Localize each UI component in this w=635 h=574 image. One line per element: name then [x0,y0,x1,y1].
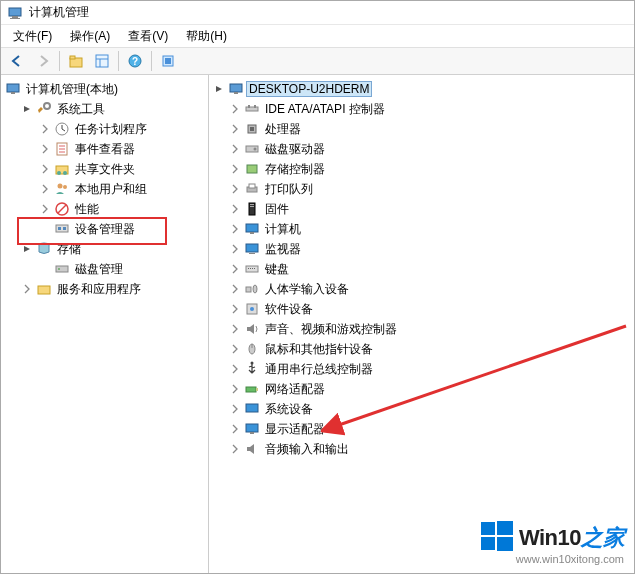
tree-event-viewer[interactable]: 事件查看器 [1,139,208,159]
view-button[interactable] [90,50,114,72]
svg-rect-29 [63,227,66,230]
device-manager-icon [54,221,70,237]
device-storage-controllers[interactable]: 存储控制器 [209,159,634,179]
expander-closed-icon[interactable] [39,183,51,195]
expander-closed-icon[interactable] [229,183,241,195]
expander-closed-icon[interactable] [229,403,241,415]
disk-mgmt-icon [54,261,70,277]
refresh-button[interactable] [156,50,180,72]
expander-closed-icon[interactable] [229,323,241,335]
svg-point-32 [58,268,60,270]
menu-action[interactable]: 操作(A) [62,26,118,47]
expander-closed-icon[interactable] [229,243,241,255]
tree-label: 声音、视频和游戏控制器 [263,321,399,338]
device-monitors[interactable]: 监视器 [209,239,634,259]
clock-icon [54,121,70,137]
menu-file[interactable]: 文件(F) [5,26,60,47]
expander-closed-icon[interactable] [39,143,51,155]
expander-open-icon[interactable] [21,103,33,115]
expander-closed-icon[interactable] [229,143,241,155]
tree-services-apps[interactable]: 服务和应用程序 [1,279,208,299]
expander-closed-icon[interactable] [39,203,51,215]
expander-closed-icon[interactable] [229,363,241,375]
tree-root-computer-management[interactable]: 计算机管理(本地) [1,79,208,99]
expander-closed-icon[interactable] [229,103,241,115]
expander-closed-icon[interactable] [229,163,241,175]
svg-rect-48 [250,206,254,207]
svg-rect-27 [56,225,68,232]
tree-performance[interactable]: 性能 [1,199,208,219]
computer-mgmt-icon [5,81,21,97]
device-keyboards[interactable]: 键盘 [209,259,634,279]
expander-closed-icon[interactable] [229,263,241,275]
device-hid[interactable]: 人体学输入设备 [209,279,634,299]
expander-closed-icon[interactable] [39,163,51,175]
svg-rect-72 [497,521,513,535]
svg-rect-2 [10,18,20,19]
expander-closed-icon[interactable] [229,423,241,435]
tree-label: IDE ATA/ATAPI 控制器 [263,101,387,118]
expander-closed-icon[interactable] [229,123,241,135]
expander-closed-icon[interactable] [229,343,241,355]
device-print-queues[interactable]: 打印队列 [209,179,634,199]
cpu-icon [244,121,260,137]
svg-rect-28 [58,227,61,230]
device-audio-io[interactable]: 音频输入和输出 [209,439,634,459]
tree-storage[interactable]: 存储 [1,239,208,259]
svg-rect-36 [246,107,258,111]
expander-closed-icon[interactable] [229,223,241,235]
device-firmware[interactable]: 固件 [209,199,634,219]
svg-text:?: ? [132,56,138,67]
svg-rect-67 [246,404,258,412]
tree-disk-management[interactable]: 磁盘管理 [1,259,208,279]
expander-closed-icon[interactable] [229,383,241,395]
device-cpu[interactable]: 处理器 [209,119,634,139]
up-button[interactable] [64,50,88,72]
device-mouse[interactable]: 鼠标和其他指针设备 [209,339,634,359]
expander-closed-icon[interactable] [229,303,241,315]
event-log-icon [54,141,70,157]
svg-rect-57 [254,268,255,269]
svg-rect-13 [11,92,15,94]
expander-closed-icon[interactable] [39,123,51,135]
tree-system-tools[interactable]: 系统工具 [1,99,208,119]
back-button[interactable] [5,50,29,72]
forward-button[interactable] [31,50,55,72]
expander-closed-icon[interactable] [229,443,241,455]
firmware-icon [244,201,260,217]
expander-closed-icon[interactable] [229,203,241,215]
device-computer[interactable]: 计算机 [209,219,634,239]
svg-rect-73 [481,537,495,550]
svg-point-42 [254,148,257,151]
storage-icon [36,241,52,257]
tree-label: 系统设备 [263,401,315,418]
menu-view[interactable]: 查看(V) [120,26,176,47]
svg-point-64 [251,362,254,365]
menu-help[interactable]: 帮助(H) [178,26,235,47]
tree-local-users[interactable]: 本地用户和组 [1,179,208,199]
expander-closed-icon[interactable] [229,283,241,295]
expander-open-icon[interactable] [21,243,33,255]
separator [118,51,119,71]
tree-label: 固件 [263,201,291,218]
tree-shared-folders[interactable]: 共享文件夹 [1,159,208,179]
device-disk-drives[interactable]: 磁盘驱动器 [209,139,634,159]
network-adapter-icon [244,381,260,397]
computer-icon [228,81,244,97]
device-network[interactable]: 网络适配器 [209,379,634,399]
tree-label: 软件设备 [263,301,315,318]
device-usb[interactable]: 通用串行总线控制器 [209,359,634,379]
tree-task-scheduler[interactable]: 任务计划程序 [1,119,208,139]
expander-open-icon[interactable] [213,83,225,95]
svg-rect-1 [12,16,18,18]
expander-closed-icon[interactable] [21,283,33,295]
tree-label: 网络适配器 [263,381,327,398]
device-display-adapters[interactable]: 显示适配器 [209,419,634,439]
device-ide[interactable]: IDE ATA/ATAPI 控制器 [209,99,634,119]
device-sound[interactable]: 声音、视频和游戏控制器 [209,319,634,339]
device-root[interactable]: DESKTOP-U2HDERM [209,79,634,99]
device-system-devices[interactable]: 系统设备 [209,399,634,419]
tree-device-manager[interactable]: 设备管理器 [1,219,208,239]
help-button[interactable]: ? [123,50,147,72]
device-software-devices[interactable]: 软件设备 [209,299,634,319]
